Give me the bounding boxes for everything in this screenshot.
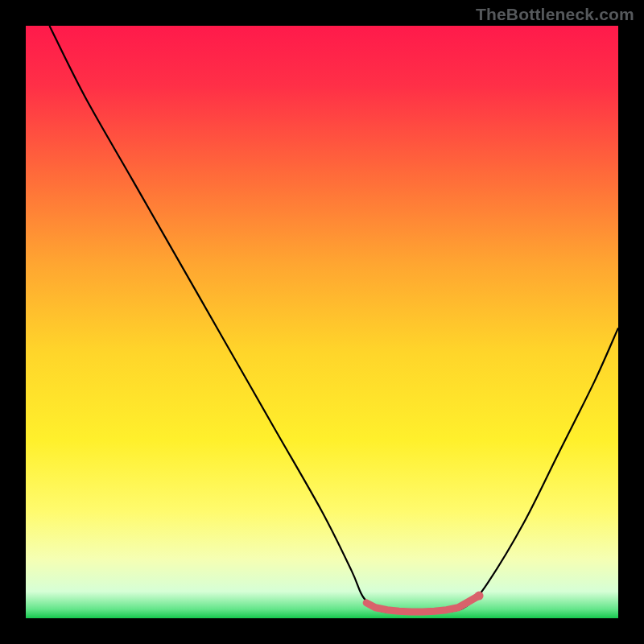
- watermark-text: TheBottleneck.com: [476, 5, 634, 24]
- chart-svg: [26, 26, 618, 618]
- plot-area: [26, 26, 618, 618]
- bottleneck-curve: [49, 26, 618, 613]
- sweet-spot-line: [366, 596, 479, 612]
- chart-frame: TheBottleneck.com: [0, 0, 644, 644]
- sweet-spot-markers: [366, 592, 483, 612]
- sweet-spot-end-dot: [475, 592, 484, 601]
